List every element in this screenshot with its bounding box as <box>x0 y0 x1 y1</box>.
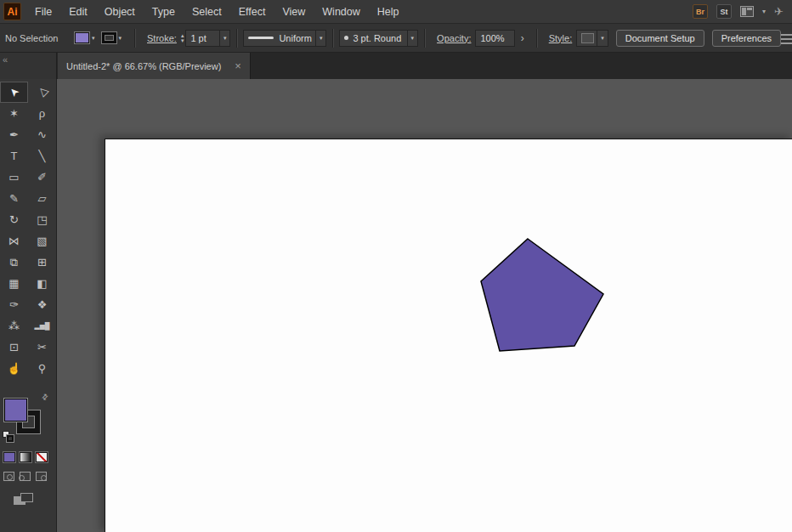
workspace-switcher-icon[interactable] <box>740 6 754 17</box>
stroke-chevron-icon[interactable]: ▾ <box>119 35 122 42</box>
brush-select[interactable]: 3 pt. Round ▾ <box>339 30 418 47</box>
paintbrush-icon: ✐ <box>37 172 47 183</box>
color-button[interactable] <box>3 452 15 462</box>
eraser-tool[interactable]: ▱ <box>28 188 56 209</box>
stroke-weight-select[interactable]: 1 pt ▾ <box>185 30 230 47</box>
share-icon[interactable]: ✈ <box>774 5 784 18</box>
direct-selection-tool-icon: ▷ <box>35 85 48 99</box>
artboard-tool[interactable]: ⊡ <box>0 337 28 358</box>
stroke-panel-link[interactable]: Stroke: <box>147 33 177 43</box>
rectangle-tool[interactable]: ▭ <box>0 167 28 188</box>
stroke-weight-chevron-icon[interactable]: ▾ <box>219 31 230 46</box>
fill-swatch[interactable] <box>75 32 89 43</box>
eraser-icon: ▱ <box>38 193 47 204</box>
collapse-panel-icon[interactable]: « <box>3 54 8 65</box>
artboard-tool-icon: ⊡ <box>9 342 19 353</box>
swap-fill-stroke-icon[interactable]: ⇄ <box>40 392 50 402</box>
shape-builder-tool[interactable]: ⧉ <box>0 252 28 273</box>
style-chevron-icon[interactable]: ▾ <box>597 31 608 46</box>
screen-mode-front-icon <box>20 493 33 502</box>
draw-inside-button[interactable] <box>36 472 47 481</box>
type-icon: T <box>11 150 18 161</box>
opacity-flyout-arrow-icon[interactable]: › <box>521 32 524 44</box>
line-segment-tool[interactable]: ╲ <box>28 145 56 167</box>
opacity-value: 100% <box>480 33 504 43</box>
menu-type[interactable]: Type <box>144 6 184 18</box>
color-type-buttons <box>3 452 48 462</box>
column-graph-tool[interactable]: ▂▅█ <box>28 315 56 337</box>
stock-icon[interactable]: St <box>716 4 732 19</box>
mesh-tool[interactable]: ▦ <box>0 273 28 294</box>
main-area: ➤ ▷ ✶ ρ ✒ ∿ T ╲ ▭ ✐ ✎ ▱ ↻ ◳ ⋈ ▧ ⧉ ⊞ ▦ ◧ <box>0 79 792 532</box>
stepper-down-icon[interactable]: ▾ <box>181 38 184 43</box>
control-panel-menu-icon[interactable] <box>781 31 792 44</box>
slice-tool[interactable]: ✂ <box>28 337 56 358</box>
style-panel-link[interactable]: Style: <box>549 33 573 43</box>
stroke-weight-value: 1 pt <box>190 33 206 43</box>
width-profile-chevron-icon[interactable]: ▾ <box>315 31 326 46</box>
paintbrush-tool[interactable]: ✐ <box>28 167 56 188</box>
menu-window[interactable]: Window <box>314 6 368 18</box>
opacity-panel-link[interactable]: Opacity: <box>437 33 471 43</box>
width-profile-select[interactable]: Uniform ▾ <box>243 30 326 47</box>
menu-effect[interactable]: Effect <box>230 6 274 18</box>
eyedropper-tool[interactable]: ✑ <box>0 294 28 315</box>
selection-tool[interactable]: ➤ <box>0 82 28 103</box>
hand-tool[interactable]: ☝ <box>0 358 28 379</box>
illustrator-logo-icon: Ai <box>3 3 21 20</box>
hand-icon: ☝ <box>7 363 20 374</box>
perspective-grid-tool[interactable]: ⊞ <box>28 252 56 273</box>
magic-wand-icon: ✶ <box>9 108 19 119</box>
draw-behind-button[interactable] <box>20 472 31 481</box>
close-tab-icon[interactable]: × <box>235 59 241 72</box>
divider <box>332 29 333 48</box>
stroke-color-control[interactable]: ▾ <box>102 32 122 43</box>
stroke-weight-stepper[interactable]: ▴ ▾ <box>181 33 184 43</box>
fill-color-control[interactable]: ▾ <box>75 32 95 43</box>
brush-chevron-icon[interactable]: ▾ <box>407 31 418 46</box>
pentagon-shape[interactable] <box>481 239 603 351</box>
menu-select[interactable]: Select <box>184 6 230 18</box>
canvas[interactable] <box>57 79 792 532</box>
pen-icon: ✒ <box>9 129 19 140</box>
lasso-tool[interactable]: ρ <box>28 103 56 124</box>
direct-selection-tool[interactable]: ▷ <box>28 82 56 103</box>
rotate-tool[interactable]: ↻ <box>0 209 28 230</box>
width-tool[interactable]: ⋈ <box>0 230 28 252</box>
menu-object[interactable]: Object <box>96 6 144 18</box>
gradient-button[interactable] <box>20 452 31 462</box>
menu-help[interactable]: Help <box>369 6 408 18</box>
draw-normal-button[interactable] <box>3 472 14 481</box>
fill-chevron-icon[interactable]: ▾ <box>92 35 95 42</box>
blend-tool[interactable]: ❖ <box>28 294 56 315</box>
scale-tool[interactable]: ◳ <box>28 209 56 230</box>
pen-tool[interactable]: ✒ <box>0 124 28 145</box>
menu-edit[interactable]: Edit <box>60 6 96 18</box>
workspace-chevron-icon[interactable]: ▾ <box>762 8 766 15</box>
symbol-sprayer-icon: ⁂ <box>8 320 20 331</box>
menu-file[interactable]: File <box>26 6 60 18</box>
screen-mode-button[interactable] <box>14 493 34 507</box>
type-tool[interactable]: T <box>0 145 28 167</box>
stroke-swatch[interactable] <box>102 32 116 43</box>
magic-wand-tool[interactable]: ✶ <box>0 103 28 124</box>
shaper-icon: ✎ <box>9 193 19 204</box>
style-select[interactable]: ▾ <box>576 30 608 47</box>
gradient-tool[interactable]: ◧ <box>28 273 56 294</box>
curvature-tool[interactable]: ∿ <box>28 124 56 145</box>
none-button[interactable] <box>36 452 48 462</box>
menu-view[interactable]: View <box>274 6 314 18</box>
preferences-button[interactable]: Preferences <box>712 30 781 47</box>
free-transform-tool[interactable]: ▧ <box>28 230 56 252</box>
fill-indicator[interactable] <box>4 399 27 422</box>
document-setup-button[interactable]: Document Setup <box>616 30 704 47</box>
document-tab[interactable]: Untitled-2* @ 66.67% (RGB/Preview) × <box>58 53 251 79</box>
opacity-input[interactable]: 100% <box>475 30 514 47</box>
symbol-sprayer-tool[interactable]: ⁂ <box>0 315 28 337</box>
default-fill-stroke-icon[interactable] <box>3 431 14 443</box>
tools-grid: ➤ ▷ ✶ ρ ✒ ∿ T ╲ ▭ ✐ ✎ ▱ ↻ ◳ ⋈ ▧ ⧉ ⊞ ▦ ◧ <box>0 82 56 379</box>
shaper-tool[interactable]: ✎ <box>0 188 28 209</box>
perspective-grid-icon: ⊞ <box>37 257 47 268</box>
bridge-icon[interactable]: Br <box>693 4 708 19</box>
zoom-tool[interactable]: ⚲ <box>28 358 56 379</box>
